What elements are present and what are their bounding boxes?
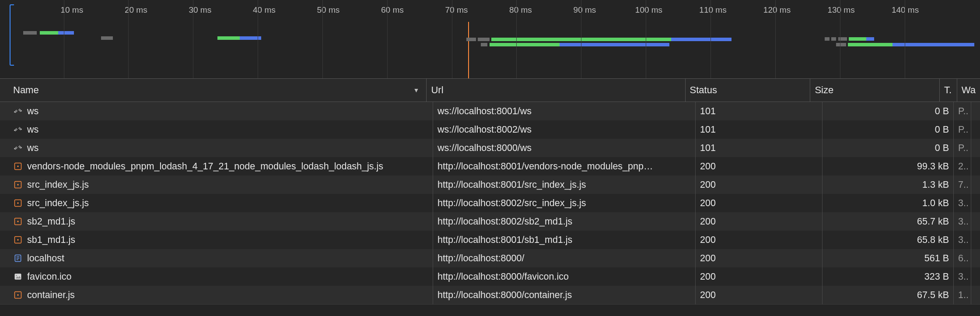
cell-name[interactable]: src_index_js.js: [9, 194, 433, 212]
cell-url: http://localhost:8000/container.js: [433, 286, 696, 304]
cell-size: 0 B: [822, 139, 954, 157]
cell-name[interactable]: ws: [9, 139, 433, 157]
resource-name: src_index_js.js: [27, 198, 89, 209]
timing-bar: [866, 37, 874, 41]
grid-line: [775, 0, 776, 78]
cell-url: http://localhost:8002/src_index_js.js: [433, 194, 696, 212]
script-icon: [13, 235, 23, 245]
cell-name[interactable]: vendors-node_modules_pnpm_lodash_4_17_21…: [9, 157, 433, 176]
cell-status: 200: [696, 286, 822, 304]
cell-url: ws://localhost:8002/ws: [433, 120, 696, 139]
column-header-name[interactable]: Name ▼: [9, 79, 427, 102]
resource-name: favicon.ico: [27, 271, 72, 282]
cell-name[interactable]: container.js: [9, 286, 433, 304]
column-header-time[interactable]: T.: [940, 79, 957, 102]
table-row[interactable]: sb2_md1.jshttp://localhost:8002/sb2_md1.…: [0, 212, 980, 231]
svg-point-3: [21, 129, 22, 130]
cell-waterfall: [971, 176, 980, 194]
network-timeline[interactable]: 10 ms20 ms30 ms40 ms50 ms60 ms70 ms80 ms…: [0, 0, 980, 79]
column-label: Url: [431, 84, 443, 96]
cell-status: 101: [696, 102, 822, 120]
cell-url: http://localhost:8001/src_index_js.js: [433, 176, 696, 194]
table-row[interactable]: container.jshttp://localhost:8000/contai…: [0, 286, 980, 304]
grid-line: [581, 0, 581, 78]
table-row[interactable]: wsws://localhost:8000/ws1010 BP..: [0, 139, 980, 157]
cell-size: 99.3 kB: [822, 157, 954, 176]
column-label: Status: [690, 84, 717, 96]
websocket-icon: [13, 143, 23, 153]
svg-point-1: [21, 110, 22, 111]
table-row[interactable]: src_index_js.jshttp://localhost:8002/src…: [0, 194, 980, 212]
svg-point-0: [14, 112, 15, 112]
cell-time: 6..: [954, 249, 971, 267]
column-label: Name: [13, 84, 39, 96]
timing-bar: [848, 42, 892, 47]
cell-time: 1..: [954, 286, 971, 304]
cell-size: 67.5 kB: [822, 286, 954, 304]
cell-url: ws://localhost:8000/ws: [433, 139, 696, 157]
resource-name: container.js: [27, 290, 75, 301]
cell-status: 200: [696, 231, 822, 249]
table-row[interactable]: sb1_md1.jshttp://localhost:8001/sb1_md1.…: [0, 231, 980, 249]
svg-point-13: [17, 221, 18, 222]
table-row[interactable]: localhosthttp://localhost:8000/200561 B6…: [0, 249, 980, 267]
svg-point-22: [16, 275, 17, 276]
table-row[interactable]: src_index_js.jshttp://localhost:8001/src…: [0, 176, 980, 194]
script-icon: [13, 290, 23, 300]
cell-url: ws://localhost:8001/ws: [433, 102, 696, 120]
column-header-url[interactable]: Url: [427, 79, 685, 102]
timing-bar: [23, 31, 37, 35]
table-body: wsws://localhost:8001/ws1010 BP..wsws://…: [0, 102, 980, 304]
document-icon: [13, 253, 23, 263]
cell-time: 7..: [954, 176, 971, 194]
cell-name[interactable]: src_index_js.js: [9, 176, 433, 194]
cell-name[interactable]: sb1_md1.js: [9, 231, 433, 249]
cell-name[interactable]: localhost: [9, 249, 433, 267]
timing-bar: [58, 31, 74, 35]
cell-name[interactable]: ws: [9, 120, 433, 139]
timing-bar: [560, 42, 669, 47]
table-row[interactable]: wsws://localhost:8002/ws1010 BP..: [0, 120, 980, 139]
cell-name[interactable]: favicon.ico: [9, 267, 433, 286]
grid-line: [387, 0, 388, 78]
table-row[interactable]: favicon.icohttp://localhost:8000/favicon…: [0, 267, 980, 286]
timing-bar: [478, 37, 490, 42]
grid-line: [64, 0, 64, 78]
cell-size: 1.0 kB: [822, 194, 954, 212]
table-row[interactable]: vendors-node_modules_pnpm_lodash_4_17_21…: [0, 157, 980, 176]
script-icon: [13, 162, 23, 171]
timing-bar: [490, 42, 560, 47]
svg-rect-20: [15, 274, 21, 279]
script-icon: [13, 180, 23, 190]
websocket-icon: [13, 106, 23, 116]
cell-url: http://localhost:8000/: [433, 249, 696, 267]
svg-point-7: [17, 165, 18, 167]
timing-bar: [836, 42, 846, 47]
table-row[interactable]: wsws://localhost:8001/ws1010 BP..: [0, 102, 980, 120]
svg-point-11: [17, 202, 18, 204]
cell-time: 3..: [954, 212, 971, 231]
cell-status: 200: [696, 267, 822, 286]
timeline-start-marker[interactable]: [10, 4, 14, 66]
timeline-cursor[interactable]: [468, 22, 469, 78]
timing-bar: [217, 36, 240, 40]
cell-url: http://localhost:8001/sb1_md1.js: [433, 231, 696, 249]
svg-point-2: [14, 130, 15, 131]
cell-size: 1.3 kB: [822, 176, 954, 194]
cell-name[interactable]: ws: [9, 102, 433, 120]
column-label: Wa: [962, 84, 976, 96]
resource-name: ws: [27, 143, 38, 154]
column-header-status[interactable]: Status: [686, 79, 811, 102]
column-header-waterfall[interactable]: Wa: [957, 79, 980, 102]
cell-size: 323 B: [822, 267, 954, 286]
cell-status: 200: [696, 249, 822, 267]
resource-name: ws: [27, 106, 38, 117]
cell-size: 65.8 kB: [822, 231, 954, 249]
resource-name: vendors-node_modules_pnpm_lodash_4_17_21…: [27, 161, 383, 172]
column-header-size[interactable]: Size: [810, 79, 940, 102]
image-icon: [13, 272, 23, 281]
cell-name[interactable]: sb2_md1.js: [9, 212, 433, 231]
svg-point-5: [21, 147, 22, 148]
cell-waterfall: [971, 120, 980, 139]
cell-status: 101: [696, 139, 822, 157]
